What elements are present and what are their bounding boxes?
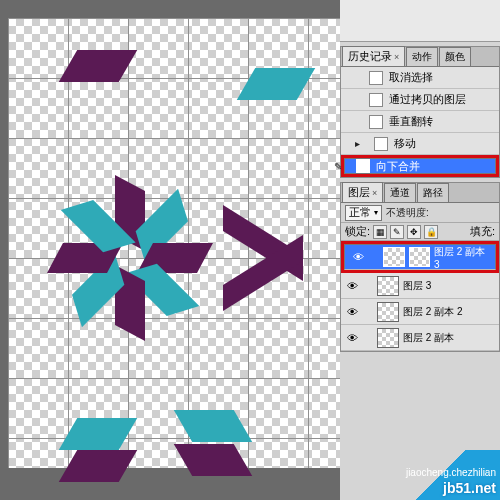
visibility-icon[interactable]: 👁: [341, 280, 363, 292]
blend-opacity-bar: 正常▾ 不透明度:: [341, 203, 499, 223]
history-step-icon: [374, 137, 388, 151]
layer-row[interactable]: 👁 图层 3: [341, 273, 499, 299]
lock-all-icon[interactable]: 🔒: [424, 225, 438, 239]
layer-thumb[interactable]: [377, 328, 399, 348]
tab-layers[interactable]: 图层×: [342, 182, 383, 202]
chevron-down-icon: ▾: [374, 208, 378, 217]
lock-position-icon[interactable]: ✥: [407, 225, 421, 239]
visibility-icon[interactable]: 👁: [341, 332, 363, 344]
opacity-label: 不透明度:: [386, 206, 429, 220]
watermark-sub: jiaocheng.chezhilian: [406, 467, 496, 478]
tab-paths[interactable]: 路径: [417, 183, 449, 202]
fill-label: 填充:: [470, 224, 495, 239]
visibility-icon[interactable]: 👁: [348, 251, 369, 263]
lock-pixels-icon[interactable]: ✎: [390, 225, 404, 239]
tab-channels[interactable]: 通道: [384, 183, 416, 202]
lock-transparency-icon[interactable]: ▦: [373, 225, 387, 239]
lock-label: 锁定:: [345, 224, 370, 239]
close-icon[interactable]: ×: [372, 188, 377, 198]
watermark: jb51.net: [443, 480, 496, 496]
star-shape: [40, 168, 220, 348]
chevron-shape: [223, 218, 303, 298]
layer-mask-thumb[interactable]: [409, 247, 430, 267]
tab-color[interactable]: 颜色: [439, 47, 471, 66]
corner-shard: [183, 410, 243, 442]
workspace: [0, 0, 340, 500]
layer-row[interactable]: 👁 图层 2 副本: [341, 325, 499, 351]
corner-shard: [246, 68, 306, 100]
history-step-icon: [369, 115, 383, 129]
history-item[interactable]: 取消选择: [341, 67, 499, 89]
history-step-icon: [356, 159, 370, 173]
layer-row-selected[interactable]: 👁 图层 2 副本 3: [344, 244, 496, 270]
lock-fill-bar: 锁定: ▦ ✎ ✥ 🔒 填充:: [341, 223, 499, 241]
close-icon[interactable]: ×: [394, 52, 399, 62]
layers-panel: 图层× 通道 路径 正常▾ 不透明度: 锁定: ▦ ✎ ✥ 🔒 填充: 👁 图层…: [340, 182, 500, 352]
blend-mode-select[interactable]: 正常▾: [345, 205, 382, 221]
corner-shard: [183, 444, 243, 476]
layer-thumb[interactable]: [377, 276, 399, 296]
layer-thumb[interactable]: [383, 247, 404, 267]
layer-row[interactable]: 👁 图层 2 副本 2: [341, 299, 499, 325]
tab-history[interactable]: 历史记录×: [342, 46, 405, 66]
pointer-icon: ▸: [355, 138, 360, 149]
history-step-icon: [369, 93, 383, 107]
layers-tabs: 图层× 通道 路径: [341, 183, 499, 203]
history-tabs: 历史记录× 动作 颜色: [341, 47, 499, 67]
history-item-selected[interactable]: ✎向下合并: [344, 158, 496, 174]
history-item[interactable]: ▸移动: [341, 133, 499, 155]
tab-actions[interactable]: 动作: [406, 47, 438, 66]
history-panel: 历史记录× 动作 颜色 取消选择 通过拷贝的图层 垂直翻转 ▸移动 ✎向下合并: [340, 46, 500, 178]
history-step-icon: [369, 71, 383, 85]
layer-thumb[interactable]: [377, 302, 399, 322]
brush-icon: ✎: [334, 161, 342, 172]
history-item[interactable]: 垂直翻转: [341, 111, 499, 133]
corner-shard: [68, 450, 128, 482]
panels-sidebar: 历史记录× 动作 颜色 取消选择 通过拷贝的图层 垂直翻转 ▸移动 ✎向下合并 …: [340, 0, 500, 500]
highlight-box: ✎向下合并: [341, 155, 499, 177]
corner-shard: [68, 418, 128, 450]
highlight-box: 👁 图层 2 副本 3: [341, 241, 499, 273]
visibility-icon[interactable]: 👁: [341, 306, 363, 318]
panel-blank: [340, 0, 500, 42]
document-canvas[interactable]: [8, 18, 340, 468]
corner-shard: [68, 50, 128, 82]
history-item[interactable]: 通过拷贝的图层: [341, 89, 499, 111]
